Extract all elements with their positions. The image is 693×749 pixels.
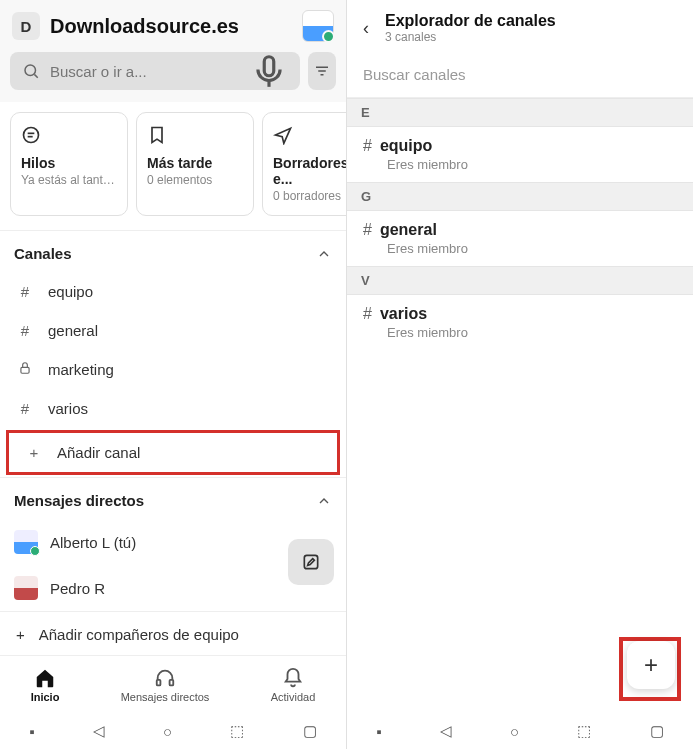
card-later[interactable]: Más tarde 0 elementos bbox=[136, 112, 254, 216]
send-icon bbox=[273, 125, 293, 145]
dms-label: Mensajes directos bbox=[14, 492, 144, 509]
nav-home[interactable]: Inicio bbox=[31, 667, 60, 703]
back-button[interactable]: ‹ bbox=[363, 18, 369, 39]
hash-icon: # bbox=[363, 137, 372, 155]
system-nav: ▪ ◁ ○ ⬚ ▢ bbox=[0, 713, 346, 749]
channel-label: marketing bbox=[48, 361, 114, 378]
channel-general[interactable]: #general bbox=[0, 311, 346, 350]
explorer-channel-equipo[interactable]: #equipo Eres miembro bbox=[347, 127, 693, 182]
search-icon bbox=[22, 62, 40, 80]
channel-name: equipo bbox=[380, 137, 432, 155]
chevron-up-icon bbox=[316, 493, 332, 509]
svg-rect-13 bbox=[170, 679, 174, 685]
dm-name: Alberto L (tú) bbox=[50, 534, 136, 551]
card-drafts[interactable]: Borradores y e... 0 borradores bbox=[262, 112, 346, 216]
square-icon[interactable]: ▢ bbox=[303, 722, 317, 740]
compose-icon bbox=[301, 552, 321, 572]
compose-button[interactable] bbox=[288, 539, 334, 585]
channel-member-status: Eres miembro bbox=[387, 241, 677, 256]
card-drafts-sub: 0 borradores bbox=[273, 189, 346, 203]
card-drafts-title: Borradores y e... bbox=[273, 155, 346, 187]
add-teammates-button[interactable]: + Añadir compañeros de equipo bbox=[0, 611, 346, 655]
home-icon bbox=[34, 667, 56, 689]
channel-label: varios bbox=[48, 400, 88, 417]
nav-activity-label: Actividad bbox=[271, 691, 316, 703]
system-nav: ▪ ◁ ○ ⬚ ▢ bbox=[347, 713, 693, 749]
thread-icon bbox=[21, 125, 41, 145]
plus-icon: + bbox=[16, 626, 25, 643]
svg-rect-12 bbox=[157, 679, 161, 685]
recent-icon[interactable]: ⬚ bbox=[230, 722, 244, 740]
headphones-icon bbox=[154, 667, 176, 689]
hash-icon: # bbox=[16, 322, 34, 339]
recent-icon[interactable]: ⬚ bbox=[577, 722, 591, 740]
add-channel-label: Añadir canal bbox=[57, 444, 140, 461]
plus-icon: + bbox=[25, 444, 43, 461]
channel-varios[interactable]: #varios bbox=[0, 389, 346, 428]
card-threads[interactable]: Hilos Ya estás al tanto ... bbox=[10, 112, 128, 216]
avatar bbox=[14, 576, 38, 600]
bell-icon bbox=[282, 667, 304, 689]
back-icon[interactable]: ◁ bbox=[93, 722, 105, 740]
channel-equipo[interactable]: #equipo bbox=[0, 272, 346, 311]
hash-icon: # bbox=[16, 283, 34, 300]
explorer-search[interactable]: Buscar canales bbox=[347, 56, 693, 98]
search-box[interactable] bbox=[10, 52, 300, 90]
nav-home-label: Inicio bbox=[31, 691, 60, 703]
card-threads-title: Hilos bbox=[21, 155, 117, 171]
card-threads-sub: Ya estás al tanto ... bbox=[21, 173, 117, 187]
user-avatar[interactable] bbox=[302, 10, 334, 42]
channel-member-status: Eres miembro bbox=[387, 325, 677, 340]
dot-icon: ▪ bbox=[376, 723, 381, 740]
workspace-name[interactable]: Downloadsource.es bbox=[50, 15, 292, 38]
card-later-sub: 0 elementos bbox=[147, 173, 243, 187]
explorer-channel-varios[interactable]: #varios Eres miembro bbox=[347, 295, 693, 350]
dot-icon: ▪ bbox=[29, 723, 34, 740]
create-channel-fab[interactable]: + bbox=[627, 641, 675, 689]
search-input[interactable] bbox=[50, 63, 240, 80]
bookmark-icon bbox=[147, 125, 167, 145]
nav-dms[interactable]: Mensajes directos bbox=[121, 667, 210, 703]
nav-activity[interactable]: Actividad bbox=[271, 667, 316, 703]
home-icon[interactable]: ○ bbox=[163, 723, 172, 740]
hash-icon: # bbox=[16, 400, 34, 417]
divider-e: E bbox=[347, 98, 693, 127]
channel-marketing[interactable]: marketing bbox=[0, 350, 346, 389]
explorer-sub: 3 canales bbox=[385, 30, 556, 44]
divider-g: G bbox=[347, 182, 693, 211]
svg-rect-10 bbox=[21, 367, 29, 373]
channel-label: general bbox=[48, 322, 98, 339]
mic-icon[interactable] bbox=[250, 52, 288, 90]
channels-section-header[interactable]: Canales bbox=[0, 230, 346, 272]
channel-name: general bbox=[380, 221, 437, 239]
svg-rect-2 bbox=[264, 57, 274, 76]
back-icon[interactable]: ◁ bbox=[440, 722, 452, 740]
workspace-badge[interactable]: D bbox=[12, 12, 40, 40]
explorer-title: Explorador de canales bbox=[385, 12, 556, 30]
home-icon[interactable]: ○ bbox=[510, 723, 519, 740]
channel-label: equipo bbox=[48, 283, 93, 300]
square-icon[interactable]: ▢ bbox=[650, 722, 664, 740]
plus-icon: + bbox=[644, 651, 658, 679]
svg-line-1 bbox=[34, 74, 37, 77]
dms-section-header[interactable]: Mensajes directos bbox=[0, 477, 346, 519]
filter-icon bbox=[313, 62, 331, 80]
channel-member-status: Eres miembro bbox=[387, 157, 677, 172]
card-later-title: Más tarde bbox=[147, 155, 243, 171]
channel-name: varios bbox=[380, 305, 427, 323]
add-teammates-label: Añadir compañeros de equipo bbox=[39, 626, 239, 643]
hash-icon: # bbox=[363, 305, 372, 323]
divider-v: V bbox=[347, 266, 693, 295]
filter-button[interactable] bbox=[308, 52, 336, 90]
add-channel-button[interactable]: +Añadir canal bbox=[9, 433, 337, 472]
dm-name: Pedro R bbox=[50, 580, 105, 597]
svg-rect-11 bbox=[304, 555, 317, 568]
hash-icon: # bbox=[363, 221, 372, 239]
avatar bbox=[14, 530, 38, 554]
chevron-up-icon bbox=[316, 246, 332, 262]
svg-point-7 bbox=[24, 128, 39, 143]
lock-icon bbox=[16, 361, 34, 378]
svg-point-0 bbox=[25, 65, 36, 76]
explorer-channel-general[interactable]: #general Eres miembro bbox=[347, 211, 693, 266]
nav-dms-label: Mensajes directos bbox=[121, 691, 210, 703]
